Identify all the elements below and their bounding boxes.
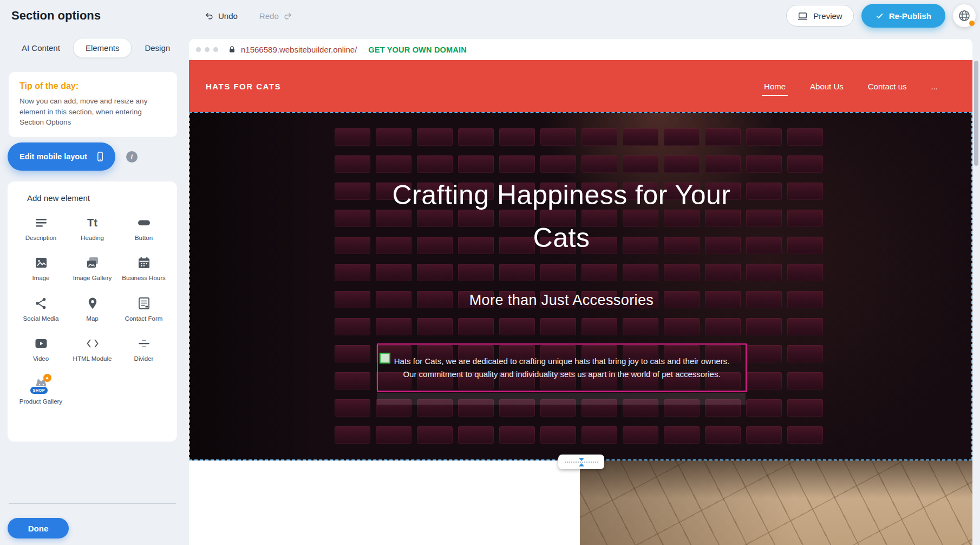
element-business-hours[interactable]: Business Hours — [118, 255, 169, 282]
hero-tile — [787, 318, 823, 335]
undo-button[interactable]: Undo — [201, 11, 241, 21]
hero-tile — [376, 318, 411, 335]
hero-tile — [417, 264, 453, 281]
hero-tile — [623, 426, 658, 444]
phone-icon — [95, 151, 106, 162]
hero-tile — [705, 318, 741, 335]
site-logo[interactable]: HATS FOR CATS — [206, 82, 281, 91]
element-divider[interactable]: Divider — [118, 335, 169, 362]
map-pin-icon — [83, 295, 102, 312]
element-image-gallery[interactable]: Image Gallery — [67, 255, 118, 282]
element-html-module[interactable]: HTML Module — [67, 335, 118, 362]
nav-about-us[interactable]: About Us — [807, 81, 847, 92]
get-domain-link[interactable]: GET YOUR OWN DOMAIN — [365, 45, 470, 55]
nav-more[interactable]: ... — [927, 81, 941, 92]
hero-tile — [499, 128, 535, 146]
republish-button[interactable]: Re-Publish — [861, 4, 945, 28]
arrow-up-icon — [579, 463, 584, 466]
hero-heading[interactable]: Crafting Happiness for Your Cats — [377, 174, 746, 259]
element-video[interactable]: Video — [15, 335, 67, 362]
hero-tile — [376, 155, 411, 173]
info-icon[interactable] — [126, 151, 138, 163]
nav-contact-us[interactable]: Contact us — [865, 81, 910, 92]
element-map[interactable]: Map — [67, 295, 118, 322]
hero-tile — [746, 399, 782, 417]
hero-tile — [499, 426, 535, 444]
element-social-media[interactable]: Social Media — [15, 295, 67, 322]
element-description[interactable]: Description — [15, 215, 67, 242]
sidebar-tabs: AI Content Elements Design — [15, 38, 189, 58]
hero-tile — [664, 155, 700, 173]
hero-tile — [746, 210, 782, 227]
next-section-blank — [189, 460, 580, 545]
hero-tile — [335, 183, 370, 200]
hero-tile — [746, 318, 782, 335]
hero-tile — [335, 210, 370, 227]
arrow-down-icon — [579, 458, 584, 461]
scrollbar-thumb[interactable] — [974, 61, 978, 166]
page-title: Section options — [11, 9, 101, 23]
element-grid: Description Tt Heading Button Ima — [15, 215, 169, 405]
hero-tile — [458, 426, 494, 444]
language-globe-button[interactable] — [953, 4, 976, 27]
hero-description-box[interactable]: Hats for Cats, we are dedicated to craft… — [377, 343, 747, 392]
window-dot — [196, 47, 201, 52]
nav-home[interactable]: Home — [761, 81, 789, 92]
hero-tile — [458, 318, 494, 335]
element-button[interactable]: Button — [118, 215, 169, 242]
hero-tile — [787, 183, 823, 200]
hero-section-selected[interactable]: Crafting Happiness for Your Cats More th… — [189, 112, 972, 460]
hero-tile — [746, 264, 782, 281]
sidebar-divider — [9, 503, 176, 504]
element-contact-form[interactable]: Contact Form — [118, 295, 169, 322]
tab-design[interactable]: Design — [138, 38, 177, 57]
hero-tile — [335, 291, 370, 308]
hero-tile — [787, 399, 823, 417]
hero-tile — [787, 128, 823, 146]
tab-ai-content[interactable]: AI Content — [15, 38, 67, 57]
hero-tile — [787, 345, 823, 362]
done-button[interactable]: Done — [8, 518, 69, 538]
element-heading[interactable]: Tt Heading — [67, 215, 118, 242]
selection-handle[interactable] — [380, 353, 390, 364]
hero-tile — [540, 155, 576, 173]
tab-elements[interactable]: Elements — [73, 38, 132, 58]
hero-tile — [335, 128, 370, 146]
edit-mobile-layout-button[interactable]: Edit mobile layout — [8, 142, 115, 171]
image-gallery-icon — [83, 255, 102, 271]
hero-tile — [540, 318, 576, 335]
hero-tile — [664, 264, 700, 281]
hero-tile — [746, 345, 782, 362]
hero-tile — [623, 318, 658, 335]
browser-bar: n1566589.websitebuilder.online/ GET YOUR… — [189, 39, 972, 60]
redo-button[interactable]: Redo — [256, 11, 296, 21]
check-icon — [876, 12, 884, 20]
hero-tile — [582, 155, 617, 173]
hero-description: Hats for Cats, we are dedicated to craft… — [392, 355, 731, 380]
lock-icon — [228, 46, 236, 54]
hero-tile — [746, 372, 782, 390]
hero-tile — [746, 291, 782, 308]
hero-tile — [705, 128, 741, 146]
section-resize-handle[interactable] — [558, 455, 604, 469]
preview-canvas: n1566589.websitebuilder.online/ GET YOUR… — [189, 31, 980, 545]
site-url: n1566589.websitebuilder.online/ — [241, 45, 357, 54]
shop-badge: SHOP — [30, 386, 48, 394]
hero-tile — [664, 318, 700, 335]
monitor-icon — [798, 11, 808, 21]
preview-button[interactable]: Preview — [786, 5, 853, 27]
element-image[interactable]: Image — [15, 255, 67, 282]
tip-body: Now you can add, move and resize any ele… — [19, 96, 166, 128]
video-icon — [32, 335, 50, 352]
hero-tile — [664, 128, 700, 146]
hero-tile — [787, 426, 823, 444]
hero-tile — [623, 264, 658, 281]
html-code-icon — [83, 335, 102, 352]
hero-tile — [376, 264, 411, 281]
browser-frame: n1566589.websitebuilder.online/ GET YOUR… — [189, 39, 972, 545]
hero-subheading[interactable]: More than Just Accessories — [377, 292, 746, 309]
element-product-gallery[interactable]: SHOP Product Gallery — [15, 376, 67, 405]
hero-tile — [417, 155, 453, 173]
hero-tile — [335, 345, 370, 362]
divider-icon — [135, 335, 153, 352]
